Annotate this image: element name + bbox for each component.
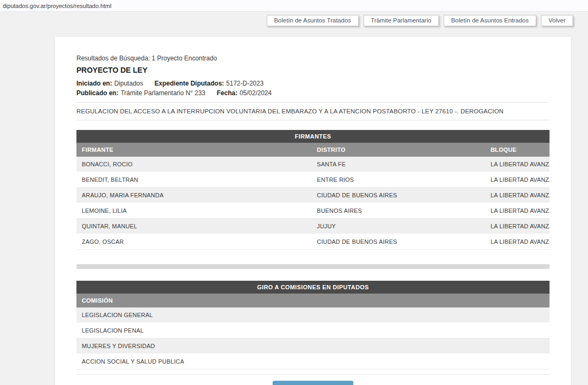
- table-row: ZAGO, OSCARCIUDAD DE BUENOS AIRESLA LIBE…: [76, 234, 550, 250]
- table-row: ARAUJO, MARIA FERNANDACIUDAD DE BUENOS A…: [76, 188, 550, 203]
- top-nav: Boletín de Asuntos Tratados Trámite Parl…: [0, 12, 588, 26]
- cell-firmante: QUINTAR, MANUEL: [76, 223, 312, 229]
- divider: [76, 374, 550, 375]
- cell-firmante: BENEDIT, BELTRAN: [76, 176, 312, 183]
- comisiones-table-body: LEGISLACION GENERALLEGISLACION PENALMUJE…: [76, 307, 550, 369]
- project-meta-line-2: Publicado en:Trámite Parlamentario N° 23…: [76, 89, 550, 97]
- table-row: BONACCI, ROCIOSANTA FELA LIBERTAD AVANZA: [76, 157, 550, 172]
- nav-button-boletin-entrados[interactable]: Boletín de Asuntos Entrados: [444, 15, 536, 26]
- cell-firmante: BONACCI, ROCIO: [76, 161, 312, 167]
- cell-comision: LEGISLACION PENAL: [76, 327, 550, 334]
- cell-bloque: LA LIBERTAD AVANZA: [485, 192, 550, 198]
- comisiones-table: GIRO A COMISIONES EN DIPUTADOS COMISIÓN …: [76, 281, 550, 369]
- cell-bloque: LA LIBERTAD AVANZA: [485, 176, 550, 183]
- cell-distrito: BUENOS AIRES: [312, 207, 485, 214]
- cell-bloque: LA LIBERTAD AVANZA: [485, 238, 550, 245]
- expediente-label: Expediente Diputados:: [154, 80, 224, 87]
- column-header-firmante: FIRMANTE: [76, 147, 312, 153]
- divider: [76, 120, 550, 120]
- column-header-bloque: BLOQUE: [485, 147, 550, 153]
- nav-button-volver[interactable]: Volver: [541, 15, 573, 26]
- cell-comision: MUJERES Y DIVERSIDAD: [76, 343, 550, 349]
- expediente-value: 5172-D-2023: [226, 80, 264, 87]
- cell-bloque: LA LIBERTAD AVANZA: [485, 161, 550, 167]
- cell-distrito: SANTA FE: [312, 161, 485, 167]
- fecha: Fecha:05/02/2024: [216, 89, 272, 97]
- comisiones-table-title: GIRO A COMISIONES EN DIPUTADOS: [76, 281, 550, 294]
- firmantes-table: FIRMANTES FIRMANTE DISTRITO BLOQUE BONAC…: [76, 130, 550, 250]
- cell-comision: ACCION SOCIAL Y SALUD PUBLICA: [76, 358, 550, 365]
- table-row: LEMOINE, LILIABUENOS AIRESLA LIBERTAD AV…: [76, 203, 550, 219]
- publicado-label: Publicado en:: [76, 89, 119, 97]
- search-results-summary: Resultados de Búsqueda: 1 Proyecto Encon…: [76, 55, 550, 62]
- column-header-comision: COMISIÓN: [76, 297, 550, 304]
- divider: [76, 102, 550, 103]
- cell-firmante: ARAUJO, MARIA FERNANDA: [76, 192, 312, 198]
- firmantes-table-header: FIRMANTE DISTRITO BLOQUE: [76, 143, 550, 157]
- page-url: diputados.gov.ar/proyectos/resultado.htm…: [3, 3, 111, 9]
- iniciado-en: Iniciado en:Diputados: [76, 80, 143, 87]
- project-title: REGULACION DEL ACCESO A LA INTERRUPCION …: [76, 108, 550, 114]
- fecha-value: 05/02/2024: [239, 89, 272, 97]
- column-header-distrito: DISTRITO: [312, 147, 485, 153]
- publicado-value: Trámite Parlamentario N° 233: [121, 89, 205, 97]
- view-original-document-button[interactable]: Ver documento original: [273, 381, 353, 385]
- firmantes-table-body: BONACCI, ROCIOSANTA FELA LIBERTAD AVANZA…: [76, 157, 550, 250]
- project-meta-line-1: Iniciado en:Diputados Expediente Diputad…: [76, 80, 550, 87]
- cell-distrito: CIUDAD DE BUENOS AIRES: [312, 192, 485, 198]
- nav-button-boletin-tratados[interactable]: Boletín de Asuntos Tratados: [267, 15, 359, 26]
- cell-bloque: LA LIBERTAD AVANZA: [485, 207, 550, 214]
- results-card: Resultados de Búsqueda: 1 Proyecto Encon…: [55, 37, 571, 385]
- cell-bloque: LA LIBERTAD AVANZA: [485, 223, 550, 229]
- firmantes-table-title: FIRMANTES: [76, 130, 550, 143]
- cell-firmante: LEMOINE, LILIA: [76, 207, 312, 214]
- table-row: MUJERES Y DIVERSIDAD: [76, 338, 550, 354]
- expediente: Expediente Diputados:5172-D-2023: [154, 80, 264, 87]
- table-horizontal-scrollbar[interactable]: [76, 264, 550, 269]
- browser-address-bar[interactable]: diputados.gov.ar/proyectos/resultado.htm…: [0, 0, 588, 12]
- iniciado-label: Iniciado en:: [76, 80, 112, 87]
- table-row: LEGISLACION GENERAL: [76, 307, 550, 323]
- fecha-label: Fecha:: [216, 89, 237, 97]
- table-row: ACCION SOCIAL Y SALUD PUBLICA: [76, 354, 550, 369]
- publicado-en: Publicado en:Trámite Parlamentario N° 23…: [76, 89, 205, 97]
- cell-distrito: CIUDAD DE BUENOS AIRES: [312, 238, 485, 245]
- project-type-title: PROYECTO DE LEY: [76, 66, 550, 74]
- comisiones-table-header: COMISIÓN: [76, 294, 550, 307]
- iniciado-value: Diputados: [114, 80, 143, 87]
- nav-button-tramite-parlamentario[interactable]: Trámite Parlamentario: [363, 15, 439, 26]
- table-row: LEGISLACION PENAL: [76, 323, 550, 338]
- table-row: QUINTAR, MANUELJUJUYLA LIBERTAD AVANZA: [76, 219, 550, 234]
- action-row: Ver documento original: [76, 381, 550, 385]
- cell-firmante: ZAGO, OSCAR: [76, 238, 312, 245]
- cell-distrito: ENTRE RIOS: [312, 176, 485, 183]
- cell-comision: LEGISLACION GENERAL: [76, 312, 550, 318]
- cell-distrito: JUJUY: [312, 223, 485, 229]
- table-row: BENEDIT, BELTRANENTRE RIOSLA LIBERTAD AV…: [76, 172, 550, 188]
